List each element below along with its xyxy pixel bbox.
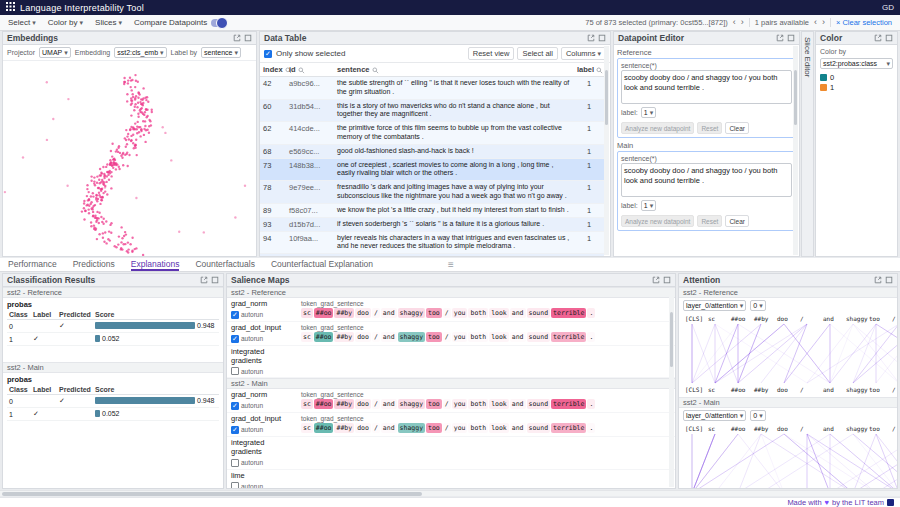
maximize-icon[interactable] (211, 276, 219, 284)
sentence-input[interactable]: scooby dooby doo / and shaggy too / you … (621, 70, 792, 104)
scrollbar-thumb[interactable] (605, 70, 608, 125)
tab-performance[interactable]: Performance (8, 258, 57, 271)
splitter-drag-handle[interactable]: ≡ (448, 258, 454, 272)
data-table-scroll[interactable]: indexidsentencelabel 42a9bc96...the subt… (260, 63, 610, 256)
salience-token[interactable]: and (510, 399, 526, 409)
checkbox[interactable]: ✓ (231, 335, 239, 343)
salience-token[interactable]: and (510, 308, 526, 318)
salience-token[interactable]: . (587, 399, 595, 409)
search-icon[interactable] (298, 67, 305, 74)
maximize-icon[interactable] (885, 276, 893, 284)
salience-token[interactable]: ##by (334, 399, 354, 409)
vertical-scrollbar[interactable] (604, 46, 609, 255)
clear-button[interactable]: Clear (725, 122, 749, 134)
salience-token[interactable]: too (426, 399, 442, 409)
column-header-sentence[interactable]: sentence (334, 63, 574, 77)
autorun-checkbox[interactable]: autorun (231, 482, 297, 489)
cls-row[interactable]: 1✓0.052 (7, 408, 219, 421)
vertical-scrollbar[interactable] (793, 46, 798, 255)
salience-token[interactable]: and (381, 399, 397, 409)
salience-token[interactable]: / (372, 399, 380, 409)
toggle-switch[interactable] (211, 19, 227, 27)
next-datapoint-button[interactable]: › (741, 18, 744, 27)
tab-explanations[interactable]: Explanations (131, 258, 180, 271)
prev-datapoint-button[interactable]: ‹ (733, 18, 736, 27)
salience-token[interactable]: / (443, 308, 451, 318)
table-row[interactable]: 93d15b7d...if steven soderbergh 's `` so… (260, 217, 604, 231)
salience-token[interactable]: and (381, 332, 397, 342)
cls-row[interactable]: 0✓0.948 (7, 320, 219, 333)
salience-token[interactable]: ##oo (314, 332, 334, 342)
salience-token[interactable]: terrible (551, 399, 586, 409)
popout-icon[interactable] (874, 276, 882, 284)
autorun-checkbox[interactable]: ✓autorun (231, 402, 297, 410)
checkbox[interactable] (231, 482, 239, 489)
search-icon[interactable] (596, 67, 603, 74)
salience-token[interactable]: too (426, 332, 442, 342)
maximize-icon[interactable] (787, 34, 795, 42)
salience-token[interactable]: / (443, 423, 451, 433)
embedding-select[interactable]: sst2:cls_emb▾ (114, 47, 166, 58)
popout-icon[interactable] (200, 276, 208, 284)
salience-token[interactable]: doo (355, 332, 371, 342)
salience-token[interactable]: look (489, 332, 509, 342)
popout-icon[interactable] (652, 276, 660, 284)
cls-row[interactable]: 1✓0.052 (7, 333, 219, 346)
salience-token[interactable]: look (489, 399, 509, 409)
salience-token[interactable]: . (587, 308, 595, 318)
salience-token[interactable]: you (452, 423, 468, 433)
reset-button[interactable]: Reset (697, 122, 722, 134)
compare-datapoints-toggle[interactable]: Compare Datapoints (134, 18, 227, 27)
salience-token[interactable]: look (489, 308, 509, 318)
clear-button[interactable]: Clear (725, 215, 749, 227)
color-by-select[interactable]: sst2:probas:class▾ (820, 58, 893, 69)
head-select[interactable]: 0▾ (750, 300, 765, 311)
embeddings-scatter-area[interactable] (3, 61, 256, 256)
reset-view-button[interactable]: Reset view (468, 47, 515, 60)
popout-icon[interactable] (587, 34, 595, 42)
salience-token[interactable]: you (452, 399, 468, 409)
salience-token[interactable]: / (372, 423, 380, 433)
salience-token[interactable]: ##oo (314, 399, 334, 409)
maximize-icon[interactable] (244, 34, 252, 42)
only-show-selected-checkbox[interactable]: ✓ (264, 50, 272, 58)
label-select[interactable]: 1▾ (641, 107, 656, 118)
autorun-checkbox[interactable]: ✓autorun (231, 335, 297, 343)
table-row[interactable]: 62414cde...the primitive force of this f… (260, 122, 604, 145)
clear-selection-button[interactable]: ×Clear selection (836, 18, 892, 27)
autorun-checkbox[interactable]: autorun (231, 367, 297, 375)
salience-token[interactable]: you (452, 332, 468, 342)
slice-editor-label[interactable]: Slice Editor (803, 32, 812, 77)
label-select[interactable]: 1▾ (641, 200, 656, 211)
tab-predictions[interactable]: Predictions (73, 258, 115, 271)
layer-select[interactable]: layer_0/attention▾ (683, 300, 746, 311)
salience-token[interactable]: both (468, 423, 488, 433)
salience-token[interactable]: both (468, 308, 488, 318)
select-menu[interactable]: Select▾ (8, 18, 36, 27)
checkbox[interactable]: ✓ (231, 426, 239, 434)
salience-token[interactable]: and (510, 423, 526, 433)
column-header-index[interactable]: index (260, 63, 286, 77)
salience-token[interactable]: . (587, 423, 595, 433)
table-row[interactable]: 789e79ee...fresnadillo 's dark and jolti… (260, 181, 604, 204)
autorun-checkbox[interactable]: autorun (231, 459, 297, 467)
table-row[interactable]: 42a9bc96...the subtle strength of `` ell… (260, 77, 604, 100)
autorun-checkbox[interactable]: ✓autorun (231, 311, 297, 319)
head-select[interactable]: 0▾ (750, 410, 765, 421)
salience-token[interactable]: ##oo (314, 423, 334, 433)
table-row[interactable]: 6031db54...this is a story of two maveri… (260, 99, 604, 122)
table-row[interactable]: 10040a6ef...neither parker nor donovan i… (260, 254, 604, 257)
salience-token[interactable]: ##oo (314, 308, 334, 318)
sentence-input[interactable]: scooby dooby doo / and shaggy too / you … (621, 163, 792, 197)
slice-editor-tab[interactable]: Slice Editor (801, 31, 814, 257)
vertical-scrollbar[interactable] (669, 288, 674, 487)
maximize-icon[interactable] (885, 34, 893, 42)
scrollbar-thumb[interactable] (670, 312, 673, 367)
salience-token[interactable]: sound (527, 399, 551, 409)
popout-icon[interactable] (776, 34, 784, 42)
salience-token[interactable]: sc (301, 308, 313, 318)
salience-token[interactable]: and (510, 332, 526, 342)
columns-button[interactable]: Columns▾ (561, 47, 606, 60)
salience-token[interactable]: . (587, 332, 595, 342)
salience-token[interactable]: too (426, 423, 442, 433)
